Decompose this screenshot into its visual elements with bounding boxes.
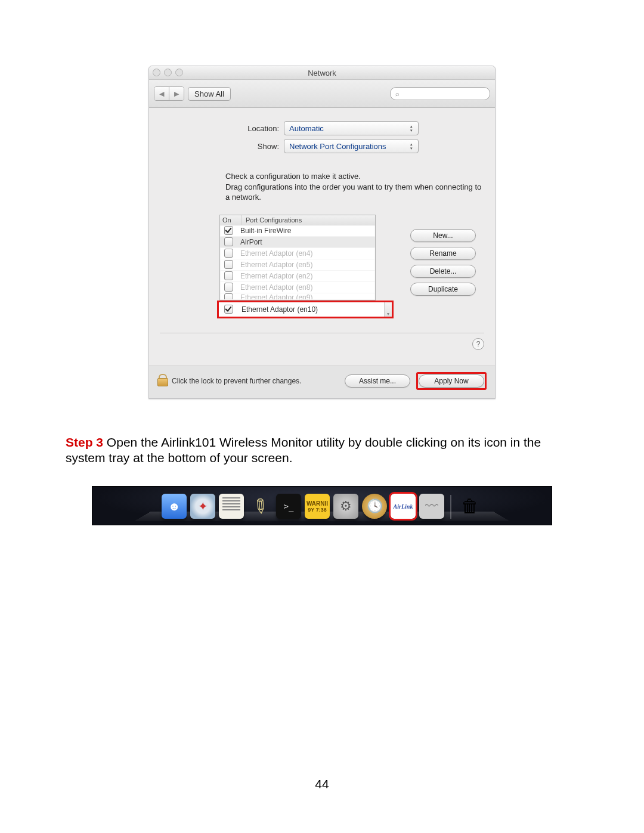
window-footer: Click the lock to prevent further change…: [149, 366, 495, 398]
port-checkbox[interactable]: [224, 293, 233, 300]
port-name: Ethernet Adaptor (en9): [237, 293, 375, 300]
lock-text: Click the lock to prevent further change…: [172, 377, 301, 385]
show-label: Show:: [160, 142, 284, 151]
step-body: Open the Airlink101 Wireless Monitor uti…: [66, 435, 541, 465]
separator: [160, 333, 484, 333]
port-name: Ethernet Adaptor (en8): [237, 283, 375, 292]
instructions-text: Check a configuration to make it active.…: [225, 171, 482, 203]
col-name: Port Configurations: [242, 215, 375, 225]
traffic-lights[interactable]: [153, 69, 183, 76]
page-number: 44: [0, 777, 644, 791]
step-paragraph: Step 3 Open the Airlink101 Wireless Moni…: [66, 435, 578, 466]
port-checkbox[interactable]: [224, 305, 233, 314]
minimize-icon[interactable]: [164, 69, 172, 76]
warn-line2: 9Y 7:36: [308, 507, 326, 513]
port-row[interactable]: Ethernet Adaptor (en5): [220, 259, 375, 271]
port-checkbox[interactable]: [224, 260, 233, 269]
forward-button[interactable]: ▶: [169, 87, 184, 100]
port-row[interactable]: Ethernet Adaptor (en2): [220, 271, 375, 282]
port-checkbox[interactable]: [224, 249, 233, 258]
zoom-icon[interactable]: [175, 69, 183, 76]
step-label: Step 3: [66, 435, 103, 449]
assist-me-button[interactable]: Assist me...: [345, 374, 410, 388]
pen-icon[interactable]: [247, 494, 273, 519]
stepper-icon: ▴▾: [408, 124, 414, 132]
dock-divider: [450, 495, 451, 519]
port-name: Ethernet Adaptor (en5): [237, 261, 375, 269]
port-name: Ethernet Adaptor (en10): [238, 305, 384, 314]
warning-widget-icon[interactable]: WARNII 9Y 7:36: [305, 494, 330, 519]
location-select[interactable]: Automatic ▴▾: [284, 121, 419, 135]
rename-button[interactable]: Rename: [410, 247, 476, 260]
trash-icon[interactable]: [457, 494, 482, 519]
help-button[interactable]: ?: [472, 338, 484, 350]
show-all-button[interactable]: Show All: [188, 87, 231, 101]
dock-screenshot: WARNII 9Y 7:36 AirLink: [92, 486, 552, 525]
finder-icon[interactable]: [162, 494, 187, 519]
port-checkbox[interactable]: [224, 271, 233, 280]
close-icon[interactable]: [153, 69, 160, 76]
port-name: Built-in FireWire: [237, 227, 375, 235]
apply-highlight: Apply Now: [416, 372, 487, 390]
apply-now-button[interactable]: Apply Now: [419, 374, 484, 388]
port-action-buttons: New... Rename Delete... Duplicate: [410, 229, 476, 318]
port-name: AirPort: [237, 238, 375, 246]
highlighted-port-row[interactable]: Ethernet Adaptor (en10) ▾: [217, 301, 394, 318]
lock-icon[interactable]: [157, 376, 167, 386]
warn-line1: WARNII: [306, 500, 328, 507]
airlink-label: AirLink: [394, 503, 413, 510]
port-row[interactable]: Ethernet Adaptor (en4): [220, 248, 375, 259]
port-list-header: On Port Configurations: [220, 215, 375, 225]
port-row[interactable]: AirPort: [220, 237, 375, 248]
textedit-icon[interactable]: [219, 494, 244, 519]
port-name: Ethernet Adaptor (en2): [237, 272, 375, 280]
port-checkbox[interactable]: [224, 237, 233, 246]
system-preferences-icon[interactable]: [333, 494, 358, 519]
new-button[interactable]: New...: [410, 229, 476, 242]
duplicate-button[interactable]: Duplicate: [410, 283, 476, 296]
port-row[interactable]: Ethernet Adaptor (en9): [220, 293, 375, 300]
window-body: Location: Automatic ▴▾ Show: Network Por…: [149, 108, 495, 366]
show-select[interactable]: Network Port Configurations ▴▾: [284, 139, 419, 153]
dock-items: WARNII 9Y 7:36 AirLink: [92, 494, 552, 519]
search-input[interactable]: ⌕: [390, 87, 490, 100]
port-row[interactable]: Ethernet Adaptor (en8): [220, 282, 375, 293]
search-icon: ⌕: [395, 90, 400, 97]
delete-button[interactable]: Delete...: [410, 265, 476, 278]
terminal-icon[interactable]: [276, 494, 301, 519]
port-name: Ethernet Adaptor (en4): [237, 249, 375, 258]
window-titlebar: Network: [149, 66, 495, 80]
utility-icon[interactable]: [419, 494, 444, 519]
show-value: Network Port Configurations: [289, 142, 386, 151]
clock-icon[interactable]: [362, 494, 387, 519]
nav-segment: ◀ ▶: [154, 86, 184, 101]
airlink-monitor-icon[interactable]: AirLink: [391, 494, 416, 519]
col-on: On: [220, 215, 242, 225]
location-label: Location:: [160, 124, 284, 133]
window-title: Network: [308, 69, 336, 78]
port-row[interactable]: Built-in FireWire: [220, 225, 375, 237]
stepper-icon: ▴▾: [408, 142, 414, 150]
port-checkbox[interactable]: [224, 283, 233, 292]
port-checkbox[interactable]: [224, 226, 233, 235]
port-configuration-list[interactable]: On Port Configurations Built-in FireWire…: [219, 215, 376, 301]
back-button[interactable]: ◀: [154, 87, 169, 100]
location-value: Automatic: [289, 124, 324, 133]
scroll-down-icon[interactable]: ▾: [384, 302, 392, 317]
safari-icon[interactable]: [190, 494, 215, 519]
toolbar: ◀ ▶ Show All ⌕: [149, 80, 495, 108]
network-preferences-window: Network ◀ ▶ Show All ⌕ Location: Automat…: [148, 66, 496, 399]
